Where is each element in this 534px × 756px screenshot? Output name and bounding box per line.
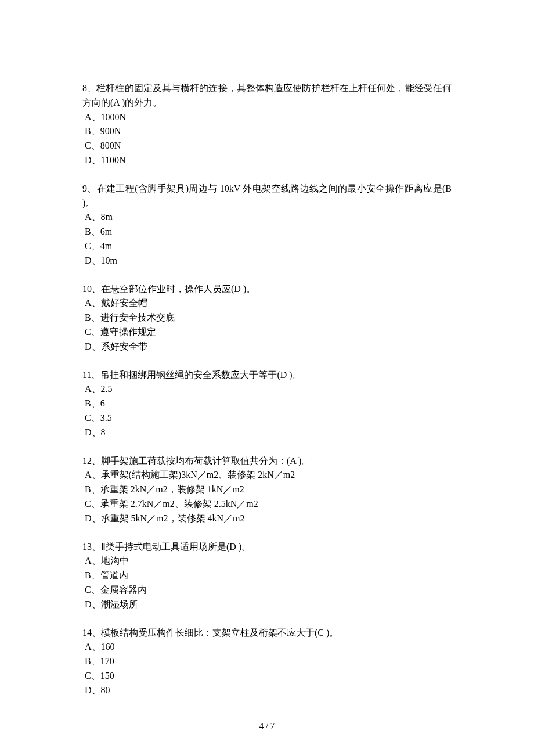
option-b: B、170 — [85, 654, 452, 669]
question-stem: 12、脚手架施工荷载按均布荷载计算取值共分为：(A )。 — [82, 454, 452, 469]
page: 8、栏杆柱的固定及其与横杆的连接，其整体构造应使防护栏杆在上杆任何处，能经受任何… — [0, 0, 534, 756]
question-10: 10、在悬空部位作业时，操作人员应(D )。 A、戴好安全帽 B、进行安全技术交… — [82, 282, 452, 354]
option-d: D、80 — [85, 683, 452, 698]
question-stem: 13、Ⅱ类手持式电动工具适用场所是(D )。 — [82, 540, 452, 555]
question-stem: 11、吊挂和捆绑用钢丝绳的安全系数应大于等于(D )。 — [82, 368, 452, 383]
option-d: D、10m — [85, 254, 452, 268]
question-options: A、160 B、170 C、150 D、80 — [82, 640, 452, 697]
option-c: C、金属容器内 — [85, 583, 452, 597]
question-options: A、承重架(结构施工架)3kN／m2、装修架 2kN／m2 B、承重架 2kN／… — [82, 468, 452, 525]
option-b: B、6 — [85, 397, 452, 411]
option-a: A、承重架(结构施工架)3kN／m2、装修架 2kN／m2 — [85, 468, 452, 483]
question-options: A、戴好安全帽 B、进行安全技术交底 C、遵守操作规定 D、系好安全带 — [82, 296, 452, 354]
option-c: C、遵守操作规定 — [85, 325, 452, 340]
option-c: C、150 — [85, 669, 452, 683]
option-c: C、800N — [85, 139, 452, 153]
question-options: A、2.5 B、6 C、3.5 D、8 — [82, 382, 452, 440]
option-b: B、6m — [85, 225, 452, 239]
question-11: 11、吊挂和捆绑用钢丝绳的安全系数应大于等于(D )。 A、2.5 B、6 C、… — [82, 368, 452, 440]
option-a: A、160 — [85, 640, 452, 654]
option-c: C、4m — [85, 239, 452, 254]
question-stem: 9、在建工程(含脚手架具)周边与 10kV 外电架空线路边线之间的最小安全操作距… — [82, 182, 452, 211]
option-a: A、1000N — [85, 110, 452, 125]
option-a: A、2.5 — [85, 382, 452, 397]
question-13: 13、Ⅱ类手持式电动工具适用场所是(D )。 A、地沟中 B、管道内 C、金属容… — [82, 540, 452, 612]
option-b: B、承重架 2kN／m2，装修架 1kN／m2 — [85, 483, 452, 497]
question-options: A、8m B、6m C、4m D、10m — [82, 210, 452, 268]
option-d: D、系好安全带 — [85, 340, 452, 354]
option-a: A、8m — [85, 210, 452, 225]
option-d: D、8 — [85, 426, 452, 440]
question-stem: 10、在悬空部位作业时，操作人员应(D )。 — [82, 282, 452, 297]
question-9: 9、在建工程(含脚手架具)周边与 10kV 外电架空线路边线之间的最小安全操作距… — [82, 182, 452, 268]
question-8: 8、栏杆柱的固定及其与横杆的连接，其整体构造应使防护栏杆在上杆任何处，能经受任何… — [82, 81, 452, 168]
option-b: B、管道内 — [85, 568, 452, 583]
option-d: D、承重架 5kN／m2，装修架 4kN／m2 — [85, 512, 452, 526]
option-a: A、地沟中 — [85, 554, 452, 568]
option-c: C、承重架 2.7kN／m2、装修架 2.5kN／m2 — [85, 497, 452, 512]
page-number: 4 / 7 — [0, 719, 534, 733]
question-stem: 8、栏杆柱的固定及其与横杆的连接，其整体构造应使防护栏杆在上杆任何处，能经受任何… — [82, 81, 452, 110]
question-options: A、地沟中 B、管道内 C、金属容器内 D、潮湿场所 — [82, 554, 452, 611]
question-stem: 14、模板结构受压构件长细比：支架立柱及桁架不应大于(C )。 — [82, 626, 452, 640]
option-d: D、潮湿场所 — [85, 597, 452, 612]
option-a: A、戴好安全帽 — [85, 296, 452, 311]
option-b: B、900N — [85, 124, 452, 139]
option-d: D、1100N — [85, 153, 452, 168]
option-c: C、3.5 — [85, 411, 452, 426]
question-options: A、1000N B、900N C、800N D、1100N — [82, 110, 452, 168]
option-b: B、进行安全技术交底 — [85, 311, 452, 325]
question-14: 14、模板结构受压构件长细比：支架立柱及桁架不应大于(C )。 A、160 B、… — [82, 626, 452, 698]
question-12: 12、脚手架施工荷载按均布荷载计算取值共分为：(A )。 A、承重架(结构施工架… — [82, 454, 452, 526]
